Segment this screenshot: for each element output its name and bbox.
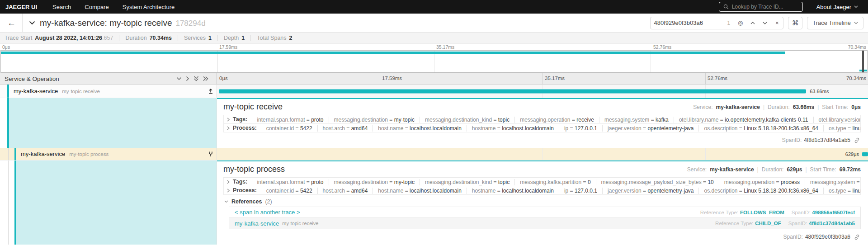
service-value: my-kafka-service — [716, 104, 760, 110]
search-buttons: ◎ × — [734, 17, 783, 29]
kv-pill: messaging.destination_kind = topic — [420, 179, 515, 185]
kv-part: = — [642, 125, 648, 132]
kv-part: = — [649, 117, 656, 123]
trace-collapse-toggle[interactable] — [29, 21, 35, 25]
trace-id-lookup[interactable] — [719, 2, 803, 12]
tags-list: internal.span.format = protomessaging.de… — [252, 179, 861, 185]
service-name: my-kafka-service — [14, 88, 58, 94]
kv-part: = — [571, 117, 577, 123]
summary-value: 1 — [208, 35, 212, 41]
kv-part: = — [388, 117, 394, 123]
nav-item-compare[interactable]: Compare — [85, 4, 108, 10]
span-timeline-cell[interactable]: 63.66ms — [217, 85, 868, 98]
span-detail-receive: my-topic receive Service:my-kafka-servic… — [0, 98, 868, 148]
nav-item-system-architecture[interactable]: System Architecture — [123, 4, 175, 10]
nav-item-search[interactable]: Search — [52, 4, 71, 10]
duration-label: Duration: — [768, 104, 790, 110]
span-name-cell[interactable]: my-kafka-service my-topic receive — [0, 85, 217, 98]
detail-meta: Service:my-kafka-service | Duration:63.6… — [693, 104, 861, 110]
span-id-label: SpanID: — [783, 234, 803, 240]
summary-value: 70.34ms — [150, 35, 172, 41]
kv-part: localhost.localdomain — [410, 188, 462, 194]
summary-item: Duration70.34ms — [119, 35, 178, 41]
kv-part: = — [305, 179, 311, 185]
minimap-span-receive — [1, 52, 785, 54]
reference-link[interactable]: < span in another trace > — [235, 209, 300, 216]
top-nav: JAEGER UI SearchCompareSystem Architectu… — [0, 0, 868, 14]
trace-title: my-kafka-service: my-topic receive178294… — [40, 18, 206, 28]
detail-title: my-topic process — [223, 165, 285, 174]
span-duration-label: 63.66ms — [810, 89, 829, 94]
kv-pill: messaging.system = kafka — [599, 117, 674, 123]
kv-part: messaging.destination_kind — [425, 179, 492, 185]
clear-search-button[interactable]: × — [771, 17, 783, 29]
reference-link[interactable]: my-kafka-service — [235, 220, 279, 227]
timeline-minimap[interactable] — [0, 50, 868, 73]
process-accordion[interactable]: Process: container.id = 5422host.arch = … — [223, 186, 861, 195]
back-button[interactable]: ← — [5, 18, 22, 28]
divider: | — [763, 104, 764, 110]
kv-part: ip — [564, 188, 568, 194]
span-row-process[interactable]: my-kafka-service my-topic process 629μs — [0, 148, 868, 160]
span-id-value: 4f8d1c37d84a1ab5 — [804, 137, 850, 143]
kv-part: = — [345, 188, 351, 194]
service-color-bar — [14, 160, 16, 245]
kv-part: 5422 — [300, 188, 312, 194]
kv-part: = — [492, 179, 498, 185]
kv-part: ip — [564, 125, 568, 132]
span-id-value[interactable]: 4f8d1c37d84a1ab5 — [809, 221, 855, 226]
process-accordion[interactable]: Process: container.id = 5422host.arch = … — [223, 124, 861, 132]
kv-pill: otel.library.name = io.opentelemetry.kaf… — [674, 117, 814, 123]
tags-accordion[interactable]: Tags: internal.span.format = protomessag… — [223, 115, 861, 124]
kv-part: os.description — [704, 188, 737, 194]
app-brand[interactable]: JAEGER UI — [5, 4, 37, 10]
expand-one-icon[interactable] — [186, 76, 189, 81]
expand-all-icon[interactable] — [203, 76, 208, 81]
link-icon[interactable] — [854, 234, 860, 240]
kv-part: = — [642, 188, 648, 194]
kv-part: amd64 — [351, 125, 368, 132]
tick-label: 0μs — [219, 75, 228, 81]
span-id-value[interactable]: 498856af6507fecf — [812, 210, 855, 215]
span-duration-bar[interactable] — [862, 152, 868, 156]
kv-pill: ip = 127.0.0.1 — [559, 188, 603, 194]
kv-part: localhost.localdomain — [410, 125, 462, 132]
span-timeline-cell[interactable]: 629μs — [217, 148, 868, 160]
service-color-bar — [7, 98, 9, 148]
kv-part: = — [305, 117, 311, 123]
kv-part: messaging.kafka.partition — [520, 179, 581, 185]
span-duration-bar[interactable] — [219, 89, 807, 93]
span-id-footer: SpanID: 4f8d1c37d84a1ab5 — [223, 132, 861, 144]
references-accordion[interactable]: References (2) — [224, 198, 861, 205]
kv-part: 10 — [708, 179, 713, 185]
collapse-one-icon[interactable] — [176, 77, 182, 80]
link-icon[interactable] — [854, 137, 860, 143]
span-detail-panel: my-topic receive Service:my-kafka-servic… — [217, 98, 868, 148]
minimap-drag-handle[interactable] — [862, 51, 864, 72]
kv-part: messaging.destination — [334, 117, 388, 123]
collapse-all-icon[interactable] — [193, 76, 199, 81]
references-label: References — [231, 198, 262, 205]
tick-label: 52.76ms — [708, 75, 727, 81]
next-result-button[interactable] — [759, 17, 771, 29]
summary-item: Depth1 — [218, 35, 251, 41]
summary-item: Services1 — [178, 35, 218, 41]
trace-id-lookup-input[interactable] — [732, 4, 798, 10]
prev-result-button[interactable] — [746, 17, 759, 29]
kv-pill: ip = 127.0.0.1 — [559, 125, 603, 132]
detail-indent-column — [0, 98, 217, 148]
trace-view-selector[interactable]: Trace Timeline — [807, 17, 863, 29]
span-search-input[interactable] — [651, 19, 727, 26]
duration-value: 629μs — [787, 166, 802, 173]
kv-part: hostname — [472, 125, 496, 132]
locate-span-button[interactable]: ◎ — [734, 17, 746, 29]
span-name-cell[interactable]: my-kafka-service my-topic process — [0, 148, 217, 160]
process-label: Process: — [233, 125, 257, 131]
detail-header: my-topic process Service:my-kafka-servic… — [223, 161, 861, 178]
row-gridline — [380, 148, 380, 160]
kv-pill: hostname = localhost.localdomain — [467, 125, 559, 132]
about-jaeger-menu[interactable]: About Jaeger — [816, 4, 858, 10]
tags-accordion[interactable]: Tags: internal.span.format = protomessag… — [223, 178, 861, 186]
span-row-receive[interactable]: my-kafka-service my-topic receive 63.66m… — [0, 85, 868, 98]
keyboard-shortcuts-button[interactable]: ⌘ — [788, 17, 802, 29]
